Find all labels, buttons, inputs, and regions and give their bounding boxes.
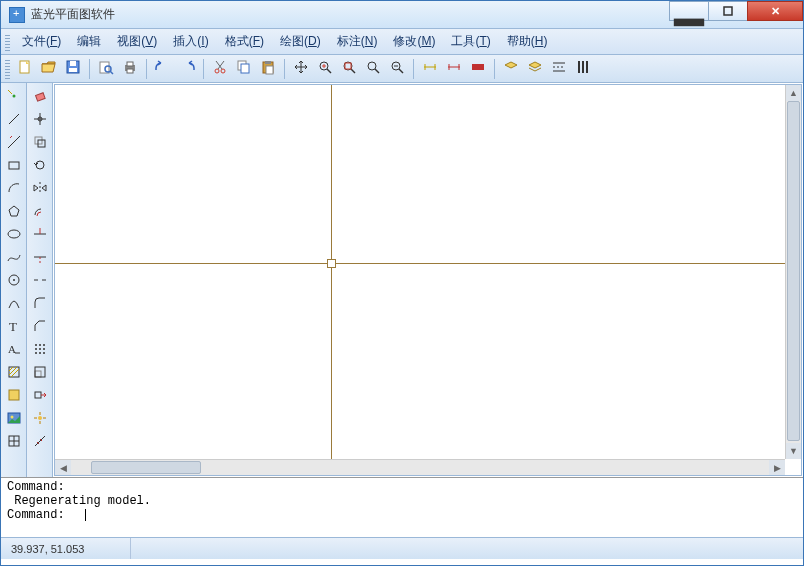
zoom-realtime-button[interactable] [386,58,408,80]
xline-button[interactable] [3,132,25,154]
vscroll-thumb[interactable] [787,101,800,441]
mirror-button[interactable] [29,178,51,200]
circle-t-button[interactable] [3,270,25,292]
scroll-down-icon[interactable]: ▼ [786,443,801,459]
svg-rect-39 [472,64,484,70]
stretch-button[interactable] [29,385,51,407]
new-button[interactable] [14,58,36,80]
polygon-button[interactable] [3,201,25,223]
dim1-icon [422,59,438,78]
arc-tool-button[interactable] [3,178,25,200]
open-button[interactable] [38,58,60,80]
dim2-button[interactable] [443,58,465,80]
menubar: 文件(F)编辑视图(V)插入(I)格式(F)绘图(D)标注(N)修改(M)工具(… [1,29,803,55]
layer1-button[interactable] [500,58,522,80]
toolbar-grip[interactable] [5,59,10,79]
copy-button[interactable] [233,58,255,80]
extend-button[interactable] [29,247,51,269]
dim3-button[interactable] [467,58,489,80]
save-button[interactable] [62,58,84,80]
menu-修改[interactable]: 修改(M) [385,31,443,52]
chamfer-button[interactable] [29,316,51,338]
rotate-button[interactable] [29,155,51,177]
redo-button[interactable] [176,58,198,80]
move-button[interactable] [29,109,51,131]
scroll-left-icon[interactable]: ◀ [55,460,71,475]
undo-button[interactable] [152,58,174,80]
main-toolbar [1,55,803,83]
text-button[interactable]: T [3,316,25,338]
menu-插入[interactable]: 插入(I) [165,31,216,52]
scroll-right-icon[interactable]: ▶ [769,460,785,475]
fillet-icon [32,295,48,314]
offset-button[interactable] [29,201,51,223]
status-spacer [131,538,803,559]
modify-toolbar [27,83,53,477]
menu-工具[interactable]: 工具(T) [443,31,498,52]
paste-button[interactable] [257,58,279,80]
line-icon [6,111,22,130]
trim-button[interactable] [29,224,51,246]
point-button[interactable] [3,86,25,108]
line-button[interactable] [3,109,25,131]
mtext-button[interactable]: A [3,339,25,361]
cut-button[interactable] [209,58,231,80]
command-line: Command: [7,480,797,494]
menubar-grip[interactable] [5,33,10,51]
layer4-button[interactable] [572,58,594,80]
menu-文件[interactable]: 文件(F) [14,31,69,52]
zoom-extents-button[interactable] [338,58,360,80]
print-button[interactable] [119,58,141,80]
statusbar: 39.937, 51.053 [1,537,803,559]
svg-rect-4 [70,61,76,66]
scale-button[interactable] [29,362,51,384]
break-button[interactable] [29,270,51,292]
copy2-button[interactable] [29,132,51,154]
zoom-window-button[interactable] [362,58,384,80]
minimize-button[interactable] [669,1,709,21]
pan-button[interactable] [290,58,312,80]
erase-button[interactable] [29,86,51,108]
preview-button[interactable] [95,58,117,80]
zoom-in-button[interactable] [314,58,336,80]
hatch-button[interactable] [3,362,25,384]
menu-帮助[interactable]: 帮助(H) [499,31,556,52]
spline-button[interactable] [3,247,25,269]
maximize-button[interactable] [708,1,748,21]
svg-text:T: T [9,319,17,334]
rect-button[interactable] [3,155,25,177]
drawing-canvas[interactable]: ▲ ▼ ◀ ▶ [55,85,801,475]
toolbar-separator [284,59,285,79]
image-button[interactable] [3,408,25,430]
array-button[interactable] [29,339,51,361]
fillet-button[interactable] [29,293,51,315]
horizontal-scrollbar[interactable]: ◀ ▶ [55,459,785,475]
grid-button[interactable] [3,431,25,453]
curve-button[interactable] [3,293,25,315]
layer2-button[interactable] [524,58,546,80]
explode-button[interactable] [29,408,51,430]
close-button[interactable]: ✕ [747,1,803,21]
fill-button[interactable] [3,385,25,407]
menu-绘图[interactable]: 绘图(D) [272,31,329,52]
svg-line-29 [375,69,379,73]
measure-button[interactable] [29,431,51,453]
vertical-scrollbar[interactable]: ▲ ▼ [785,85,801,459]
extend-icon [32,249,48,268]
move-icon [32,111,48,130]
app-title: 蓝光平面图软件 [31,6,115,23]
spline-icon [6,249,22,268]
dim1-button[interactable] [419,58,441,80]
scroll-up-icon[interactable]: ▲ [786,85,801,101]
menu-格式[interactable]: 格式(F) [217,31,272,52]
hscroll-thumb[interactable] [91,461,201,474]
ellipse-button[interactable] [3,224,25,246]
pickbox-cursor [327,259,336,268]
layer3-button[interactable] [548,58,570,80]
menu-编辑[interactable]: 编辑 [69,31,109,52]
menu-标注[interactable]: 标注(N) [329,31,386,52]
svg-point-85 [39,348,41,350]
app-icon [9,7,25,23]
menu-视图[interactable]: 视图(V) [109,31,165,52]
command-panel[interactable]: Command: Regenerating model.Command: [1,477,803,537]
